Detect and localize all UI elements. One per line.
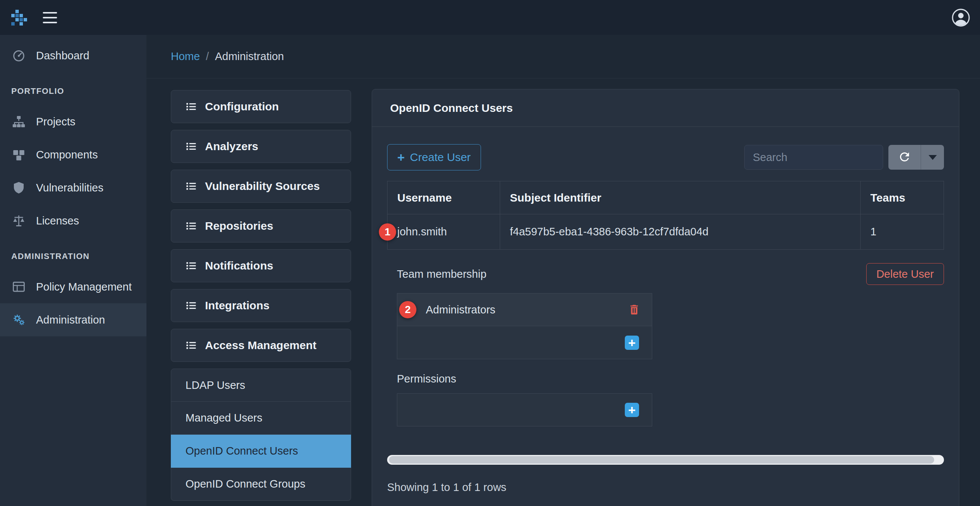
admin-menu-analyzers[interactable]: Analyzers xyxy=(171,130,351,163)
menu-item-label: Managed Users xyxy=(186,412,262,424)
admin-menu-vulnerability-sources[interactable]: Vulnerability Sources xyxy=(171,170,351,203)
admin-menu-repositories[interactable]: Repositories xyxy=(171,210,351,242)
plus-icon: + xyxy=(628,336,636,349)
user-detail-section: Team membership Delete User Administrato… xyxy=(387,263,944,426)
gears-icon xyxy=(11,313,26,326)
cell-username: john.smith xyxy=(388,214,500,250)
list-icon xyxy=(186,101,197,112)
sidebar-item-projects[interactable]: Projects xyxy=(0,105,146,138)
menu-group-label: Integrations xyxy=(205,299,270,312)
chevron-down-icon xyxy=(929,155,937,160)
menu-group-label: Access Management xyxy=(205,339,317,352)
sidebar-item-label: Projects xyxy=(36,116,75,128)
menu-item-managed-users[interactable]: Managed Users xyxy=(171,402,351,435)
dashboard-icon xyxy=(11,49,26,62)
add-permission-row: + xyxy=(397,393,652,426)
sidebar-item-label: Licenses xyxy=(36,215,79,227)
oidc-users-panel: OpenID Connect Users + Create User xyxy=(372,89,959,506)
sidebar-item-label: Administration xyxy=(36,314,105,326)
breadcrumb-current: Administration xyxy=(215,50,284,63)
column-header-teams[interactable]: Teams xyxy=(861,181,944,214)
list-icon xyxy=(186,220,197,232)
refresh-button[interactable] xyxy=(888,145,921,170)
policy-icon xyxy=(11,280,26,294)
refresh-icon xyxy=(898,150,911,165)
permissions-table: + xyxy=(397,393,652,426)
access-management-sublist: LDAP Users Managed Users OpenID Connect … xyxy=(171,369,351,501)
column-header-subject-identifier[interactable]: Subject Identifier xyxy=(500,181,861,214)
sidebar-item-dashboard[interactable]: Dashboard xyxy=(0,39,146,72)
panel-header: OpenID Connect Users xyxy=(372,89,959,127)
page-title: OpenID Connect Users xyxy=(390,102,513,115)
menu-item-openid-connect-groups[interactable]: OpenID Connect Groups xyxy=(171,468,351,501)
sidebar-item-label: Policy Management xyxy=(36,281,132,293)
admin-menu: Configuration Analyzers Vulnerability So… xyxy=(171,90,351,501)
breadcrumb-home-link[interactable]: Home xyxy=(171,50,200,63)
hamburger-menu-icon[interactable] xyxy=(43,12,57,23)
menu-item-label: LDAP Users xyxy=(186,379,245,391)
user-avatar-icon[interactable] xyxy=(951,8,970,27)
menu-group-label: Repositories xyxy=(205,220,274,232)
list-icon xyxy=(186,260,197,271)
admin-menu-configuration[interactable]: Configuration xyxy=(171,90,351,123)
sidebar-item-label: Dashboard xyxy=(36,49,89,62)
remove-team-trash-icon[interactable] xyxy=(628,303,641,316)
menu-group-label: Notifications xyxy=(205,259,274,272)
projects-icon xyxy=(11,115,26,128)
sidebar-item-label: Components xyxy=(36,149,98,161)
menu-item-label: OpenID Connect Users xyxy=(186,445,298,457)
menu-item-ldap-users[interactable]: LDAP Users xyxy=(171,369,351,402)
sidebar: Dashboard PORTFOLIO Projects Components … xyxy=(0,35,146,506)
horizontal-scrollbar[interactable] xyxy=(387,455,944,465)
top-navbar xyxy=(0,0,980,35)
detail-header: Team membership Delete User xyxy=(397,263,944,285)
sidebar-item-components[interactable]: Components xyxy=(0,138,146,171)
refresh-button-group xyxy=(888,145,944,170)
admin-menu-notifications[interactable]: Notifications xyxy=(171,249,351,282)
shield-icon xyxy=(11,181,26,194)
delete-user-button[interactable]: Delete User xyxy=(866,263,944,285)
team-membership-label: Team membership xyxy=(397,268,487,280)
menu-item-openid-connect-users[interactable]: OpenID Connect Users xyxy=(171,435,351,468)
sidebar-item-administration[interactable]: Administration xyxy=(0,303,146,336)
scrollbar-thumb[interactable] xyxy=(389,456,934,464)
menu-item-label: OpenID Connect Groups xyxy=(186,478,305,490)
oidc-users-table: Username Subject Identifier Teams john.s… xyxy=(387,181,944,250)
admin-menu-access-management[interactable]: Access Management xyxy=(171,329,351,362)
admin-menu-integrations[interactable]: Integrations xyxy=(171,289,351,322)
columns-dropdown-button[interactable] xyxy=(921,145,944,170)
breadcrumb: Home / Administration xyxy=(146,35,980,78)
team-name: Administrators xyxy=(426,304,495,316)
panel-body: + Create User Username Subje xyxy=(372,127,959,493)
team-row-administrators: Administrators xyxy=(397,293,652,326)
add-team-row: + xyxy=(397,326,652,359)
list-icon xyxy=(186,300,197,311)
list-icon xyxy=(186,340,197,351)
plus-icon: + xyxy=(628,404,636,416)
sidebar-section-administration: ADMINISTRATION xyxy=(0,237,146,270)
sidebar-item-policy-management[interactable]: Policy Management xyxy=(0,270,146,303)
annotation-marker-2: 2 xyxy=(399,301,417,318)
sidebar-item-label: Vulnerabilities xyxy=(36,182,103,194)
menu-group-label: Vulnerability Sources xyxy=(205,180,320,193)
sidebar-item-vulnerabilities[interactable]: Vulnerabilities xyxy=(0,171,146,204)
table-row[interactable]: john.smith f4a597b5-eba1-4386-963b-12cf7… xyxy=(388,214,944,250)
search-input[interactable] xyxy=(744,145,883,170)
cell-subject-identifier: f4a597b5-eba1-4386-963b-12cf7dfda04d xyxy=(500,214,861,250)
sidebar-item-licenses[interactable]: Licenses xyxy=(0,204,146,237)
toolbar: + Create User xyxy=(387,144,944,170)
create-user-button[interactable]: + Create User xyxy=(387,144,481,170)
scale-icon xyxy=(11,214,26,228)
add-team-button[interactable]: + xyxy=(625,336,639,350)
column-header-username[interactable]: Username xyxy=(388,181,500,214)
permissions-label: Permissions xyxy=(397,373,944,385)
annotation-marker-1: 1 xyxy=(379,223,396,240)
breadcrumb-separator: / xyxy=(206,50,209,63)
components-icon xyxy=(11,148,26,161)
create-user-label: Create User xyxy=(410,151,471,164)
app-logo-icon[interactable] xyxy=(10,8,29,27)
plus-icon: + xyxy=(397,151,405,164)
list-icon xyxy=(186,141,197,152)
add-permission-button[interactable]: + xyxy=(625,403,639,417)
team-membership-table: Administrators + xyxy=(397,293,652,359)
